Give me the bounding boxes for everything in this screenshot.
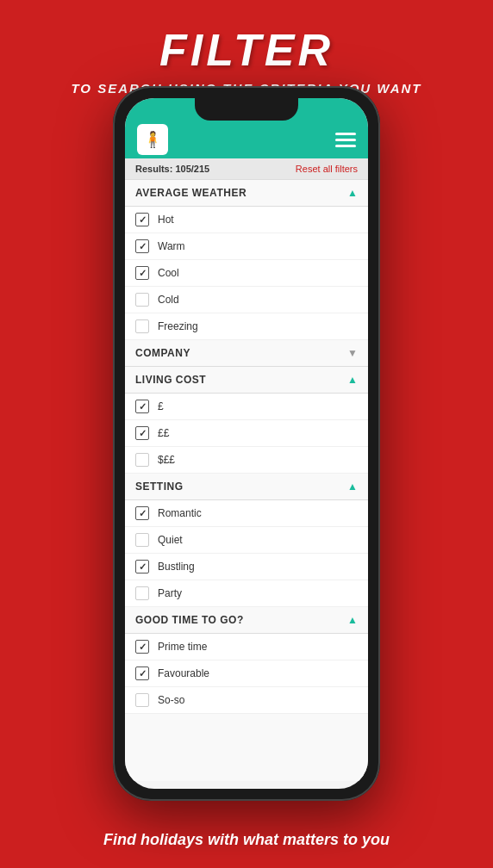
filter-label-setting-1: Quiet bbox=[158, 534, 183, 546]
chevron-icon-company: ▼ bbox=[347, 347, 358, 359]
hamburger-line-3 bbox=[335, 145, 356, 147]
checkbox-average-weather-1[interactable]: ✓ bbox=[135, 239, 149, 253]
hamburger-menu-button[interactable] bbox=[335, 133, 356, 147]
phone-inner: 🧍 Results: 105/215 Reset all filters AVE… bbox=[125, 98, 368, 789]
filter-item[interactable]: Cold bbox=[125, 287, 368, 313]
checkbox-living-cost-1[interactable]: ✓ bbox=[135, 426, 149, 440]
phone-shell: 🧍 Results: 105/215 Reset all filters AVE… bbox=[113, 86, 380, 801]
filter-label-good-time-to-go-2: So-so bbox=[158, 694, 184, 706]
filter-label-good-time-to-go-0: Prime time bbox=[158, 641, 207, 653]
section-header-average-weather[interactable]: AVERAGE WEATHER▲ bbox=[125, 180, 368, 207]
checkbox-good-time-to-go-1[interactable]: ✓ bbox=[135, 666, 149, 680]
filter-item[interactable]: Freezing bbox=[125, 313, 368, 340]
filter-item[interactable]: Party bbox=[125, 580, 368, 607]
chevron-icon-setting: ▲ bbox=[347, 480, 358, 493]
filter-label-average-weather-4: Freezing bbox=[158, 320, 198, 332]
filter-label-living-cost-1: ££ bbox=[158, 427, 169, 439]
app-logo: 🧍 bbox=[137, 124, 168, 155]
results-bar: Results: 105/215 Reset all filters bbox=[125, 158, 368, 180]
checkbox-setting-3[interactable] bbox=[135, 586, 149, 600]
filter-item[interactable]: ✓Prime time bbox=[125, 634, 368, 660]
filter-item[interactable]: ✓Favourable bbox=[125, 660, 368, 687]
filter-label-average-weather-0: Hot bbox=[158, 214, 174, 226]
filter-item[interactable]: ✓Hot bbox=[125, 207, 368, 233]
checkbox-setting-2[interactable]: ✓ bbox=[135, 560, 149, 574]
checkbox-average-weather-3[interactable] bbox=[135, 293, 149, 307]
filter-label-good-time-to-go-1: Favourable bbox=[158, 667, 209, 679]
filter-label-setting-3: Party bbox=[158, 587, 182, 599]
hamburger-line-2 bbox=[335, 139, 356, 141]
checkbox-average-weather-2[interactable]: ✓ bbox=[135, 266, 149, 280]
checkbox-good-time-to-go-2[interactable] bbox=[135, 693, 149, 707]
checkbox-setting-0[interactable]: ✓ bbox=[135, 506, 149, 520]
checkbox-average-weather-0[interactable]: ✓ bbox=[135, 213, 149, 226]
section-header-setting[interactable]: SETTING▲ bbox=[125, 474, 368, 500]
section-header-company[interactable]: COMPANY▼ bbox=[125, 340, 368, 367]
section-title-good-time-to-go: GOOD TIME TO GO? bbox=[135, 614, 244, 626]
hamburger-line-1 bbox=[335, 133, 356, 135]
filter-item[interactable]: ✓Romantic bbox=[125, 500, 368, 527]
filter-content: AVERAGE WEATHER▲✓Hot✓Warm✓CoolColdFreezi… bbox=[125, 180, 368, 781]
phone-notch bbox=[195, 98, 298, 121]
filter-item[interactable]: ✓££ bbox=[125, 420, 368, 447]
filter-item[interactable]: $££ bbox=[125, 447, 368, 474]
section-title-living-cost: LIVING COST bbox=[135, 374, 206, 386]
chevron-icon-living-cost: ▲ bbox=[347, 374, 358, 386]
reset-filters-button[interactable]: Reset all filters bbox=[296, 164, 358, 174]
section-title-setting: SETTING bbox=[135, 480, 184, 493]
section-title-company: COMPANY bbox=[135, 347, 190, 359]
checkbox-setting-1[interactable] bbox=[135, 533, 149, 547]
checkbox-living-cost-0[interactable]: ✓ bbox=[135, 400, 149, 413]
filter-item[interactable]: ✓Bustling bbox=[125, 554, 368, 580]
checkbox-average-weather-4[interactable] bbox=[135, 319, 149, 333]
checkbox-living-cost-2[interactable] bbox=[135, 453, 149, 467]
main-title: FILTER bbox=[0, 0, 493, 76]
filter-item[interactable]: Quiet bbox=[125, 527, 368, 554]
filter-label-living-cost-2: $££ bbox=[158, 454, 175, 466]
section-header-living-cost[interactable]: LIVING COST▲ bbox=[125, 367, 368, 394]
filter-label-setting-0: Romantic bbox=[158, 507, 202, 519]
filter-label-average-weather-3: Cold bbox=[158, 294, 179, 306]
chevron-icon-good-time-to-go: ▲ bbox=[347, 614, 358, 626]
chevron-icon-average-weather: ▲ bbox=[347, 187, 358, 199]
filter-label-average-weather-2: Cool bbox=[158, 267, 179, 279]
filter-item[interactable]: ✓£ bbox=[125, 394, 368, 420]
filter-label-setting-2: Bustling bbox=[158, 561, 195, 573]
filter-item[interactable]: ✓Cool bbox=[125, 260, 368, 287]
filter-label-living-cost-0: £ bbox=[158, 400, 164, 412]
checkbox-good-time-to-go-0[interactable]: ✓ bbox=[135, 640, 149, 654]
section-header-good-time-to-go[interactable]: GOOD TIME TO GO?▲ bbox=[125, 607, 368, 634]
filter-item[interactable]: ✓Warm bbox=[125, 233, 368, 260]
page-header: FILTER TO SEARCH USING THE CRITERIA YOU … bbox=[0, 0, 493, 96]
footer-text: Find holidays with what matters to you bbox=[0, 831, 493, 849]
filter-item[interactable]: So-so bbox=[125, 687, 368, 714]
section-title-average-weather: AVERAGE WEATHER bbox=[135, 187, 246, 199]
results-count: Results: 105/215 bbox=[135, 164, 209, 174]
filter-label-average-weather-1: Warm bbox=[158, 240, 185, 252]
